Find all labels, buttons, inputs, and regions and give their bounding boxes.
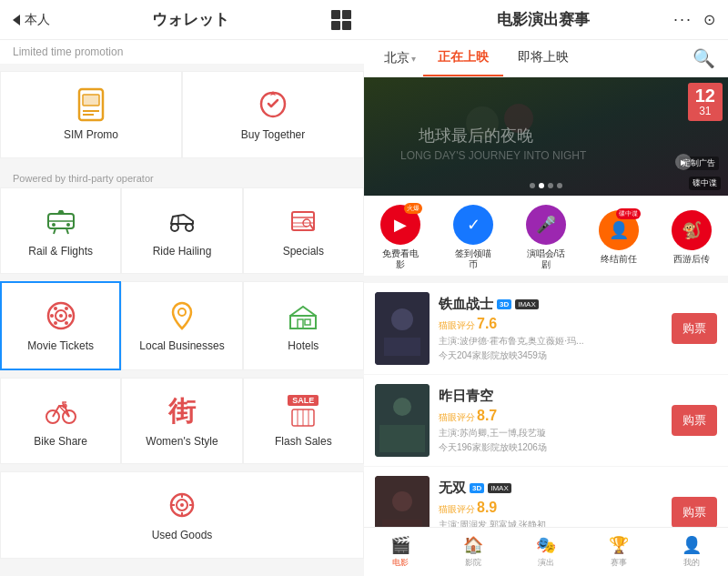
monkey-icon: 🐒 — [672, 210, 712, 250]
banner[interactable]: 地球最后的夜晚 LONG DAY'S JOURNEY INTO NIGHT 12… — [364, 77, 728, 196]
movie-info-3: 无双 3D IMAX 猫眼评分 8.9 主演:周润发,郭富城,张静初 今天189… — [439, 480, 662, 528]
svg-point-25 — [65, 321, 68, 325]
nav-movies[interactable]: 🎬 电影 — [383, 531, 418, 572]
section-lifestyle: Bike Share 街 Women's Style SALE — [0, 378, 364, 472]
play-button[interactable]: ▶ — [675, 154, 692, 170]
movie-poster-2 — [375, 384, 430, 457]
grid-item-sim[interactable]: SIM Promo — [0, 71, 182, 158]
rating-label-3: 猫眼评分 — [439, 503, 475, 516]
city-chevron: ▾ — [411, 54, 416, 64]
ride-label: Ride Hailing — [153, 245, 212, 259]
checkin-label: 签到领喵币 — [451, 248, 495, 270]
sim-icon — [73, 86, 109, 123]
movies-list: 铁血战士 3D IMAX 猫眼评分 7.6 主演:波伊德·霍布鲁克,奥立薇姬·玛… — [364, 283, 728, 527]
movie-icon — [43, 298, 79, 334]
movie-poster-1 — [375, 292, 430, 365]
right-title: 电影演出赛事 — [497, 9, 590, 30]
rail-label: Rail & Flights — [28, 245, 93, 259]
grid-item-bike[interactable]: Bike Share — [0, 378, 121, 465]
quick-icon-free-movie[interactable]: ▶ 火爆 免费看电影 — [379, 205, 422, 270]
svg-point-21 — [59, 314, 63, 318]
wallet-title: ウォレット — [152, 9, 229, 30]
svg-point-12 — [186, 224, 193, 231]
svg-point-42 — [180, 503, 184, 507]
movie-item[interactable]: 铁血战士 3D IMAX 猫眼评分 7.6 主演:波伊德·霍布鲁克,奥立薇姬·玛… — [364, 283, 728, 374]
svg-point-11 — [171, 224, 178, 231]
specials-label: Specials — [283, 245, 324, 259]
grid-item-flash[interactable]: SALE Flash Sales — [243, 378, 364, 465]
final-badge: 碟中谍 — [616, 208, 641, 219]
right-panel: 电影演出赛事 ··· ⊙ 北京 ▾ 正在上映 即将上映 🔍 — [364, 0, 728, 576]
search-icon: 🔍 — [693, 48, 715, 68]
rating-label-1: 猫眼评分 — [439, 319, 475, 332]
svg-rect-1 — [83, 95, 99, 106]
grid-item-buy-together[interactable]: Buy Together — [182, 71, 364, 158]
grid-item-local[interactable]: Local Businesses — [121, 281, 242, 370]
svg-rect-30 — [298, 319, 303, 328]
movie-title-1: 铁血战士 — [439, 296, 493, 313]
city-selector[interactable]: 北京 ▾ — [377, 41, 423, 76]
svg-point-10 — [66, 223, 70, 227]
banner-badge: 碟中谍 — [689, 177, 721, 190]
tab-coming-soon[interactable]: 即将上映 — [503, 40, 583, 76]
movie-item[interactable]: 昨日青空 猫眼评分 8.7 主演:苏尚卿,王一博,段艺璇 今天196家影院放映1… — [364, 375, 728, 466]
movie-badge-imax-2: IMAX — [488, 483, 511, 493]
movies-nav-icon: 🎬 — [390, 535, 410, 555]
nav-sports[interactable]: 🏆 赛事 — [602, 531, 636, 572]
quick-icon-monkey[interactable]: 🐒 西游后传 — [670, 210, 713, 265]
monkey-label: 西游后传 — [670, 254, 713, 265]
buy-button-2[interactable]: 购票 — [672, 405, 717, 436]
left-header: 本人 ウォレット — [0, 0, 364, 40]
svg-point-57 — [393, 398, 411, 416]
flash-label: Flash Sales — [275, 435, 332, 450]
svg-point-22 — [54, 307, 57, 310]
local-label: Local Businesses — [139, 339, 224, 354]
target-icon[interactable]: ⊙ — [703, 11, 715, 28]
more-icon[interactable]: ··· — [673, 10, 693, 29]
grid-item-ride[interactable]: Ride Hailing — [121, 187, 242, 275]
back-button[interactable]: 本人 — [13, 12, 50, 28]
concert-icon: 🎤 — [526, 205, 566, 245]
movie-schedule-1: 今天204家影院放映3459场 — [439, 349, 662, 362]
buy-button-3[interactable]: 购票 — [672, 497, 717, 527]
bike-icon — [43, 393, 79, 429]
movie-schedule-2: 今天196家影院放映1206场 — [439, 441, 662, 454]
movie-badge-3d-2: 3D — [470, 483, 484, 493]
checkin-icon: ✓ — [453, 205, 493, 245]
sports-nav-label: 赛事 — [611, 557, 627, 569]
buy-button-1[interactable]: 购票 — [672, 313, 717, 344]
nav-cinema[interactable]: 🏠 影院 — [456, 531, 490, 572]
movie-label: Movie Tickets — [27, 339, 94, 354]
womens-icon: 街 — [164, 393, 200, 429]
performance-nav-label: 演出 — [538, 557, 554, 569]
specials-icon — [285, 203, 321, 239]
svg-text:LONG DAY'S JOURNEY INTO NIGHT: LONG DAY'S JOURNEY INTO NIGHT — [400, 149, 587, 162]
free-movie-badge: 火爆 — [404, 203, 422, 214]
svg-point-28 — [178, 308, 186, 316]
movie-title-3: 无双 — [439, 480, 466, 497]
search-button[interactable]: 🔍 — [693, 47, 715, 69]
flash-icon: SALE — [285, 393, 321, 429]
sports-nav-icon: 🏆 — [609, 535, 629, 555]
grid-item-hotels[interactable]: Hotels — [243, 281, 364, 370]
nav-mine[interactable]: 👤 我的 — [674, 531, 709, 572]
grid-item-rail[interactable]: Rail & Flights — [0, 187, 121, 275]
grid-item-used[interactable]: Used Goods — [0, 471, 364, 559]
section2-label: Powered by third-party operator — [0, 166, 364, 187]
bike-label: Bike Share — [34, 435, 87, 450]
nav-performance[interactable]: 🎭 演出 — [529, 531, 563, 572]
movie-item[interactable]: 无双 3D IMAX 猫眼评分 8.9 主演:周润发,郭富城,张静初 今天189… — [364, 467, 728, 527]
left-panel: 本人 ウォレット Limited time promotion — [0, 0, 364, 576]
quick-icon-final[interactable]: 👤 碟中谍 终结前任 — [597, 210, 641, 265]
section-promo: SIM Promo Buy Together — [0, 71, 364, 166]
promo-bar: Limited time promotion — [0, 40, 364, 71]
movie-badge-imax: IMAX — [515, 299, 539, 309]
section-used: Used Goods — [0, 471, 364, 566]
grid-item-movie[interactable]: Movie Tickets — [0, 281, 121, 370]
quick-icon-checkin[interactable]: ✓ 签到领喵币 — [451, 205, 495, 270]
grid-item-womens[interactable]: 街 Women's Style — [121, 378, 242, 465]
qr-icon[interactable] — [331, 10, 351, 30]
grid-item-specials[interactable]: Specials — [243, 187, 364, 275]
tab-now-showing[interactable]: 正在上映 — [423, 40, 503, 76]
quick-icon-concert[interactable]: 🎤 演唱会/话剧 — [524, 205, 568, 270]
